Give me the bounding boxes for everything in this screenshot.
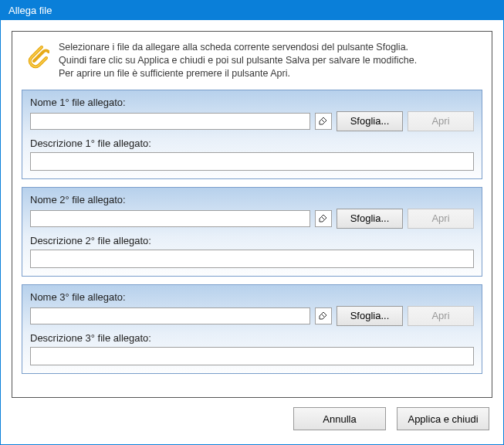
intro-line2: Quindi fare clic su Applica e chiudi e p… [59, 54, 417, 67]
file2-desc-label: Descrizione 2° file allegato: [30, 235, 474, 246]
file2-clear-button[interactable] [315, 210, 332, 227]
file1-desc-label: Descrizione 1° file allegato: [30, 138, 474, 149]
file1-name-input[interactable] [30, 113, 310, 130]
dialog-footer: Annulla Applica e chiudi [12, 398, 492, 437]
file2-browse-button[interactable]: Sfoglia... [337, 209, 403, 229]
file3-browse-button[interactable]: Sfoglia... [337, 306, 403, 326]
apply-close-button[interactable]: Applica e chiudi [397, 407, 489, 430]
content-area: Selezionare i file da allegare alla sche… [1, 20, 503, 444]
eraser-icon [318, 212, 329, 225]
file2-name-row: Sfoglia... Apri [30, 209, 474, 229]
file3-name-row: Sfoglia... Apri [30, 306, 474, 326]
window-title: Allega file [1, 1, 503, 20]
file3-open-button[interactable]: Apri [408, 306, 474, 326]
file3-desc-input[interactable] [30, 347, 474, 365]
file2-name-label: Nome 2° file allegato: [30, 194, 474, 206]
intro-line1: Selezionare i file da allegare alla sche… [59, 41, 417, 54]
intro-text: Selezionare i file da allegare alla sche… [59, 41, 417, 80]
file-group-2: Nome 2° file allegato: Sfoglia... Apri D… [22, 187, 482, 277]
file2-name-input[interactable] [30, 210, 310, 227]
file2-open-button[interactable]: Apri [408, 209, 474, 229]
eraser-icon [318, 309, 329, 322]
file1-open-button[interactable]: Apri [408, 111, 474, 131]
file1-browse-button[interactable]: Sfoglia... [337, 111, 403, 131]
file1-name-row: Sfoglia... Apri [30, 111, 474, 131]
intro-row: Selezionare i file da allegare alla sche… [22, 41, 482, 82]
file3-clear-button[interactable] [315, 307, 332, 324]
file2-desc-input[interactable] [30, 250, 474, 268]
paperclip-icon [23, 42, 49, 70]
file3-desc-label: Descrizione 3° file allegato: [30, 332, 474, 344]
file-group-3: Nome 3° file allegato: Sfoglia... Apri D… [22, 284, 482, 374]
intro-line3: Per aprire un file è sufficiente premere… [59, 67, 417, 80]
file-group-1: Nome 1° file allegato: Sfoglia... Apri D… [22, 90, 482, 179]
file3-name-label: Nome 3° file allegato: [30, 291, 474, 303]
file1-name-label: Nome 1° file allegato: [30, 97, 474, 108]
outer-frame: Selezionare i file da allegare alla sche… [12, 31, 492, 398]
file1-clear-button[interactable] [315, 113, 332, 130]
cancel-button[interactable]: Annulla [293, 407, 386, 430]
file1-desc-input[interactable] [30, 152, 474, 171]
eraser-icon [318, 114, 329, 127]
file3-name-input[interactable] [30, 307, 310, 324]
